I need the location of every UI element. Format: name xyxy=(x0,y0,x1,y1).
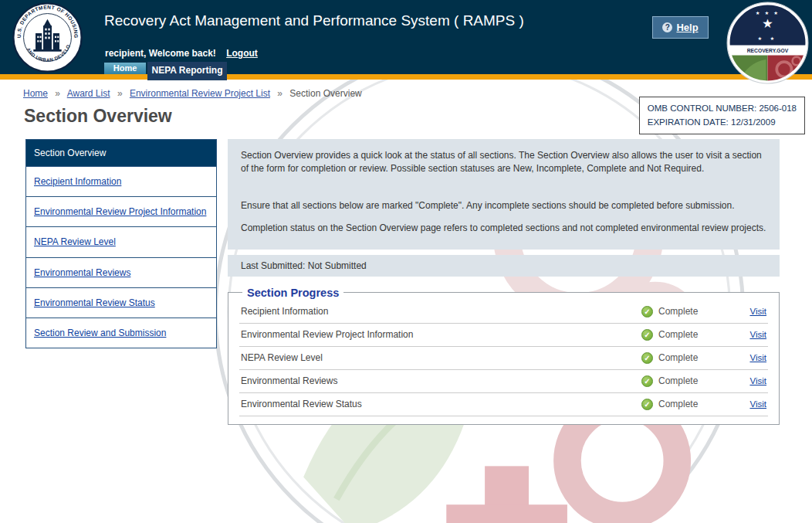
welcome-row: recipient, Welcome back! Logout xyxy=(105,48,258,59)
progress-section-name: Environmental Review Status xyxy=(241,399,641,409)
intro-paragraph-1: Section Overview provides a quick look a… xyxy=(241,149,766,176)
section-progress-legend: Section Progress xyxy=(242,287,343,299)
sidebar-link[interactable]: Section Review and Submission xyxy=(34,328,166,338)
breadcrumb-env-review-project-list[interactable]: Environmental Review Project List xyxy=(130,88,270,99)
intro-paragraph-3: Completion status on the Section Overvie… xyxy=(241,222,766,235)
sidebar-item-environmental-reviews[interactable]: Environmental Reviews xyxy=(26,257,216,287)
complete-check-icon: ✓ xyxy=(641,352,653,364)
progress-row-env-review-project-information: Environmental Review Project Information… xyxy=(239,324,768,347)
svg-text:★: ★ xyxy=(762,16,773,30)
breadcrumb-home[interactable]: Home xyxy=(23,88,48,99)
last-submitted-bar: Last Submitted: Not Submitted xyxy=(228,255,780,277)
recovery-seal-icon: ★ ★ ★ ★ ★ ★ RECOVERY.GOV xyxy=(726,2,809,84)
progress-row-environmental-review-status: Environmental Review Status ✓ Complete V… xyxy=(239,393,768,416)
progress-status-label: Complete xyxy=(658,352,698,363)
complete-check-icon: ✓ xyxy=(641,306,653,318)
section-progress-fieldset: Section Progress Recipient Information ✓… xyxy=(228,287,780,425)
app-title: Recovery Act Management and Performance … xyxy=(104,12,524,29)
recovery-gov-logo: ★ ★ ★ ★ ★ ★ RECOVERY.GOV xyxy=(726,2,809,84)
tab-nepa-reporting[interactable]: NEPA Reporting xyxy=(147,62,227,80)
progress-status-label: Complete xyxy=(658,399,698,409)
sidebar-item-section-review-and-submission[interactable]: Section Review and Submission xyxy=(26,318,216,348)
sidebar-link[interactable]: Environmental Review Status xyxy=(34,297,155,308)
complete-check-icon: ✓ xyxy=(641,399,653,410)
tab-home[interactable]: Home xyxy=(104,63,146,74)
sidebar-header: Section Overview xyxy=(26,140,216,166)
sidebar-item-nepa-review-level[interactable]: NEPA Review Level xyxy=(26,226,216,256)
progress-status: ✓ Complete xyxy=(641,329,734,341)
visit-link[interactable]: Visit xyxy=(749,307,766,316)
breadcrumb: Home » Award List » Environmental Review… xyxy=(23,88,362,99)
progress-status: ✓ Complete xyxy=(641,306,734,318)
logout-link[interactable]: Logout xyxy=(226,48,258,59)
sidebar-item-recipient-information[interactable]: Recipient Information xyxy=(26,166,216,196)
visit-link[interactable]: Visit xyxy=(749,330,766,339)
progress-row-nepa-review-level: NEPA Review Level ✓ Complete Visit xyxy=(239,347,768,370)
help-icon: ? xyxy=(662,22,672,32)
omb-control-number: OMB CONTROL NUMBER: 2506-018 xyxy=(648,101,797,115)
main-content: Section Overview provides a quick look a… xyxy=(228,139,780,425)
progress-status-label: Complete xyxy=(658,329,698,340)
progress-status-label: Complete xyxy=(658,306,698,317)
svg-text:RECOVERY.GOV: RECOVERY.GOV xyxy=(747,48,789,53)
breadcrumb-award-list[interactable]: Award List xyxy=(67,88,110,99)
welcome-text: recipient, Welcome back! xyxy=(105,48,216,59)
omb-expiration-date: EXPIRATION DATE: 12/31/2009 xyxy=(648,115,797,129)
sidebar-item-environmental-review-status[interactable]: Environmental Review Status xyxy=(26,287,216,318)
breadcrumb-separator: » xyxy=(277,88,283,99)
hud-seal-icon: U.S. DEPARTMENT OF HOUSING AND URBAN DEV… xyxy=(12,2,83,73)
sidebar-link[interactable]: Environmental Review Project Information xyxy=(34,206,206,217)
progress-section-name: Recipient Information xyxy=(241,306,641,317)
breadcrumb-separator: » xyxy=(117,88,123,99)
section-overview-description: Section Overview provides a quick look a… xyxy=(228,139,780,250)
progress-status: ✓ Complete xyxy=(641,399,734,410)
section-sidebar: Section Overview Recipient Information E… xyxy=(25,139,217,348)
svg-text:★ ★ ★: ★ ★ ★ xyxy=(756,10,780,15)
breadcrumb-current: Section Overview xyxy=(289,88,361,99)
progress-section-name: Environmental Review Project Information xyxy=(241,329,641,340)
progress-row-environmental-reviews: Environmental Reviews ✓ Complete Visit xyxy=(239,370,768,393)
progress-status: ✓ Complete xyxy=(641,352,734,364)
omb-control-box: OMB CONTROL NUMBER: 2506-018 EXPIRATION … xyxy=(639,97,805,134)
sidebar-item-env-review-project-information[interactable]: Environmental Review Project Information xyxy=(26,196,216,226)
visit-link[interactable]: Visit xyxy=(749,376,766,385)
header-accent-bar xyxy=(0,74,812,80)
page-title: Section Overview xyxy=(24,106,172,127)
svg-text:★ ★: ★ ★ xyxy=(757,36,777,41)
progress-status-label: Complete xyxy=(658,375,698,386)
progress-section-name: NEPA Review Level xyxy=(241,352,641,363)
visit-link[interactable]: Visit xyxy=(749,399,766,409)
complete-check-icon: ✓ xyxy=(641,329,653,341)
help-button-label: Help xyxy=(676,22,698,33)
sidebar-link[interactable]: NEPA Review Level xyxy=(34,236,116,247)
progress-status: ✓ Complete xyxy=(641,375,734,387)
sidebar-link[interactable]: Recipient Information xyxy=(34,176,121,187)
breadcrumb-separator: » xyxy=(55,88,60,99)
hud-seal-logo: U.S. DEPARTMENT OF HOUSING AND URBAN DEV… xyxy=(12,2,83,73)
sidebar-link[interactable]: Environmental Reviews xyxy=(34,267,130,278)
help-button[interactable]: ? Help xyxy=(652,16,709,39)
progress-section-name: Environmental Reviews xyxy=(241,375,641,386)
visit-link[interactable]: Visit xyxy=(749,353,766,362)
complete-check-icon: ✓ xyxy=(641,375,653,387)
intro-paragraph-2: Ensure that all sections below are marke… xyxy=(241,199,766,212)
progress-row-recipient-information: Recipient Information ✓ Complete Visit xyxy=(239,301,768,324)
